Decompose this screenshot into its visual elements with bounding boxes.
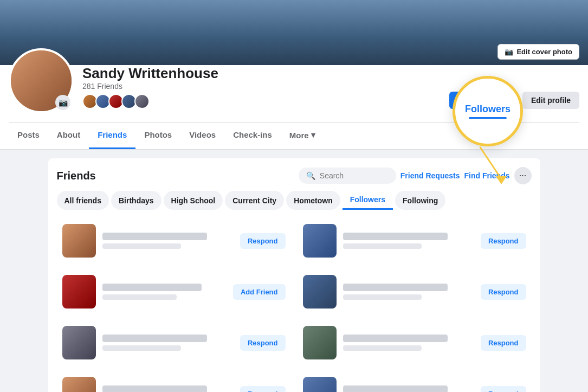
search-input[interactable] [320,171,389,180]
friend-info [343,284,474,300]
profile-friends-count: 281 Friends [82,82,449,91]
more-dots-icon: ··· [519,171,526,181]
respond-button[interactable]: Respond [481,284,526,300]
friends-header: Friends 🔍 Friend Requests Find Friends ·… [57,167,532,184]
plus-icon: + [458,96,462,105]
friend-info [102,233,234,249]
friend-thumbnails [82,94,449,109]
friend-name [343,233,448,240]
tab-hometown[interactable]: Hometown [286,191,340,210]
friend-avatar [62,377,96,392]
friend-card: Respond [57,219,291,263]
nav-posts[interactable]: Posts [9,123,48,149]
tab-high-school[interactable]: High School [164,191,223,210]
respond-button[interactable]: Respond [240,335,286,351]
tab-followers[interactable]: Followers [343,191,393,210]
friend-info [343,385,474,392]
friend-avatar [303,224,337,258]
chevron-down-icon: ▾ [311,130,315,140]
nav-friends[interactable]: Friends [89,123,135,149]
search-box[interactable]: 🔍 [299,168,396,184]
nav-more[interactable]: More ▾ [281,123,324,149]
tab-birthdays[interactable]: Birthdays [111,191,161,210]
friend-card: Respond [298,371,532,392]
search-icon: 🔍 [306,171,315,180]
nav-checkins[interactable]: Check-ins [224,123,281,149]
tab-following[interactable]: Following [395,191,445,210]
respond-button[interactable]: Respond [481,386,526,393]
find-friends-link[interactable]: Find Friends [464,171,510,180]
friend-avatar [303,377,337,392]
friend-meta [343,345,422,351]
friend-meta [102,294,177,300]
add-friend-button[interactable]: Add Friend [233,284,286,300]
friend-thumb [134,94,150,109]
friend-avatar [303,326,337,359]
avatar-wrapper: 📷 [9,48,74,113]
respond-button[interactable]: Respond [240,233,286,249]
friend-avatar [62,275,96,309]
camera-icon-small: 📷 [59,98,68,107]
friend-info [102,335,234,351]
friends-grid: Respond Respond Add Friend [57,219,532,392]
friend-name [102,284,202,291]
friend-info [102,284,227,300]
friend-meta [343,294,422,300]
friend-info [343,335,474,351]
friend-name [343,385,448,392]
friend-meta [343,243,422,249]
profile-info: 📷 Sandy Writtenhouse 281 Friends + Add t… [9,65,579,120]
nav-photos[interactable]: Photos [135,123,180,149]
friend-name [102,335,208,342]
friend-card: Respond [57,320,291,365]
profile-actions: + Add to story Edit profile [449,92,579,113]
sub-tabs: All friends Birthdays High School Curren… [57,191,532,210]
profile-section: 📷 Sandy Writtenhouse 281 Friends + Add t… [0,65,588,150]
friends-title: Friends [57,170,96,182]
friend-info [343,233,474,249]
friend-card: Add Friend [57,269,291,314]
friend-info [102,385,234,392]
friend-avatar [62,224,96,258]
friend-card: Respond [57,371,291,392]
edit-cover-button[interactable]: 📷 Edit cover photo [497,44,579,60]
nav-about[interactable]: About [48,123,89,149]
respond-button[interactable]: Respond [481,335,526,351]
main-content: Friends 🔍 Friend Requests Find Friends ·… [40,150,549,392]
friend-card: Respond [298,320,532,365]
friend-meta [102,345,181,351]
nav-more-label: More [289,131,309,140]
friend-card: Respond [298,269,532,314]
add-to-story-label: Add to story [464,96,509,105]
tab-current-city[interactable]: Current City [225,191,284,210]
friend-meta [102,243,181,249]
camera-icon: 📷 [505,48,513,56]
nav-videos[interactable]: Videos [180,123,224,149]
friend-name [102,385,208,392]
friend-name [343,335,448,342]
friends-panel: Friends 🔍 Friend Requests Find Friends ·… [48,158,540,392]
cover-photo: 📷 Edit cover photo [0,0,588,65]
friend-avatar [62,326,96,359]
profile-nav: Posts About Friends Photos Videos Check-… [9,122,579,149]
friend-name [343,284,448,291]
profile-name: Sandy Writtenhouse [82,65,449,82]
respond-button[interactable]: Respond [481,233,526,249]
edit-cover-label: Edit cover photo [516,48,572,56]
change-avatar-button[interactable]: 📷 [55,95,70,110]
edit-profile-button[interactable]: Edit profile [522,92,579,109]
edit-profile-label: Edit profile [531,96,571,105]
friend-avatar [303,275,337,309]
respond-button[interactable]: Respond [240,386,286,393]
add-to-story-button[interactable]: + Add to story [449,92,518,109]
more-options-button[interactable]: ··· [514,167,532,184]
profile-text: Sandy Writtenhouse 281 Friends [82,65,449,113]
friend-requests-link[interactable]: Friend Requests [400,171,460,180]
friends-header-actions: 🔍 Friend Requests Find Friends ··· [299,167,532,184]
friend-name [102,233,208,240]
friend-card: Respond [298,219,532,263]
tab-all-friends[interactable]: All friends [57,191,109,210]
